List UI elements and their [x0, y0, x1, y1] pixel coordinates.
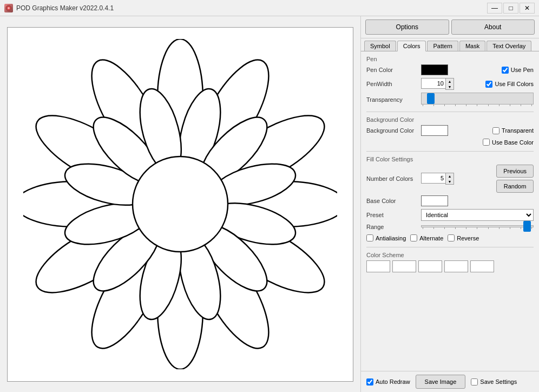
num-colors-label: Number of Colors [366, 175, 418, 182]
tab-mask[interactable]: Mask [459, 41, 485, 51]
pen-section-label: Pen [366, 56, 534, 62]
reverse-checkbox[interactable] [448, 234, 455, 241]
scheme-swatch-4[interactable] [444, 260, 468, 272]
background-section-label: Background Color [366, 116, 534, 123]
tab-pattern[interactable]: Pattern [427, 41, 458, 51]
window-controls[interactable]: — □ ✕ [487, 3, 535, 14]
transparent-label: Transparent [502, 127, 534, 134]
divider-3 [366, 247, 534, 247]
pen-width-spinner-btns: ▲ ▼ [445, 78, 454, 90]
pen-color-swatch[interactable] [421, 64, 448, 75]
save-settings-checkbox[interactable] [471, 378, 478, 386]
num-colors-up[interactable]: ▲ [446, 173, 453, 179]
close-button[interactable]: ✕ [520, 3, 535, 14]
auto-redraw-row[interactable]: Auto Redraw [366, 378, 410, 386]
pen-color-label: Pen Color [366, 67, 418, 73]
transparency-slider[interactable] [421, 93, 534, 104]
num-colors-row: Number of Colors ▲ ▼ Previous Random [366, 165, 534, 193]
antialiasing-checkbox-row[interactable]: Antialiasing [366, 234, 406, 241]
use-base-color-row: Use Base Color [366, 139, 534, 146]
minimize-button[interactable]: — [487, 3, 502, 14]
reverse-label: Reverse [457, 235, 479, 241]
range-ticks [421, 227, 534, 229]
app-title: POD Graphics Maker v2022.0.4.1 [16, 4, 114, 12]
main-layout: Options About Symbol Colors Pattern Mask… [0, 16, 539, 392]
title-bar-left: POD Graphics Maker v2022.0.4.1 [4, 4, 114, 12]
pen-width-label: PenWidth [366, 81, 418, 87]
tab-colors[interactable]: Colors [397, 41, 426, 51]
right-panel: Options About Symbol Colors Pattern Mask… [360, 16, 539, 392]
num-colors-down[interactable]: ▼ [446, 179, 453, 184]
maximize-button[interactable]: □ [503, 3, 518, 14]
transparency-row: Transparency [366, 93, 534, 106]
transparent-checkbox-row[interactable]: Transparent [492, 127, 534, 134]
num-colors-spinner[interactable]: ▲ ▼ [421, 173, 454, 185]
use-fill-colors-checkbox[interactable] [485, 81, 492, 88]
preset-select[interactable]: Identical Analogous Complementary Triadi… [421, 209, 534, 221]
transparency-ticks [421, 104, 534, 106]
base-color-swatch[interactable] [421, 195, 448, 206]
range-row: Range [366, 224, 534, 230]
transparency-slider-wrap [421, 93, 534, 106]
range-slider-wrap [421, 225, 534, 229]
save-settings-label: Save Settings [480, 378, 517, 385]
fill-color-section-label: Fill Color Settings [366, 156, 534, 162]
save-settings-row[interactable]: Save Settings [471, 378, 517, 386]
scheme-swatch-5[interactable] [470, 260, 494, 272]
bg-color-swatch[interactable] [421, 125, 448, 136]
antialiasing-checkbox[interactable] [366, 234, 373, 241]
num-colors-input[interactable] [421, 173, 445, 184]
use-pen-checkbox[interactable] [502, 67, 509, 74]
pen-width-up[interactable]: ▲ [446, 79, 453, 84]
scheme-swatch-3[interactable] [418, 260, 442, 272]
pen-width-spinner[interactable]: ▲ ▼ [421, 78, 454, 90]
use-fill-colors-label: Use Fill Colors [495, 81, 534, 87]
prev-random-btns: Previous Random [496, 165, 534, 193]
svg-point-1 [8, 7, 10, 9]
panel-content: Pen Pen Color Use Pen PenWidth [361, 51, 539, 371]
save-image-button[interactable]: Save Image [416, 375, 466, 389]
tab-text-overlay[interactable]: Text Overlay [487, 41, 531, 51]
app-icon [4, 4, 13, 12]
svg-point-26 [133, 156, 228, 252]
background-section: Background Color Background Color Transp… [366, 116, 534, 146]
antialiasing-label: Antialiasing [376, 235, 406, 241]
auto-redraw-checkbox[interactable] [366, 378, 373, 386]
pen-width-down[interactable]: ▼ [446, 84, 453, 89]
bg-color-label: Background Color [366, 127, 418, 134]
preset-label: Preset [366, 212, 418, 218]
previous-button[interactable]: Previous [496, 165, 534, 178]
alternate-checkbox[interactable] [410, 234, 417, 241]
scheme-swatch-2[interactable] [392, 260, 416, 272]
num-colors-spinner-btns: ▲ ▼ [445, 173, 454, 185]
about-button[interactable]: About [451, 19, 535, 35]
title-bar: POD Graphics Maker v2022.0.4.1 — □ ✕ [0, 0, 539, 16]
color-scheme-swatches [366, 260, 534, 272]
pen-section: Pen Pen Color Use Pen PenWidth [366, 56, 534, 106]
pen-color-row: Pen Color Use Pen [366, 64, 534, 75]
divider-2 [366, 151, 534, 152]
transparency-label: Transparency [366, 96, 418, 103]
scheme-swatch-1[interactable] [366, 260, 390, 272]
use-fill-colors-checkbox-row[interactable]: Use Fill Colors [485, 81, 534, 88]
use-base-color-checkbox-row[interactable]: Use Base Color [483, 139, 534, 146]
base-color-label: Base Color [366, 198, 418, 204]
range-label: Range [366, 224, 418, 230]
use-base-color-checkbox[interactable] [483, 139, 490, 146]
alternate-checkbox-row[interactable]: Alternate [410, 234, 443, 241]
canvas-area [0, 16, 360, 392]
use-base-color-label: Use Base Color [492, 139, 534, 146]
transparent-checkbox[interactable] [492, 127, 499, 134]
random-button[interactable]: Random [496, 180, 534, 193]
color-scheme-section: Color Scheme [366, 252, 534, 272]
tab-symbol[interactable]: Symbol [364, 41, 396, 51]
bg-color-row: Background Color Transparent [366, 125, 534, 136]
options-button[interactable]: Options [365, 19, 449, 35]
canvas-frame [7, 27, 353, 382]
options-row: Antialiasing Alternate Reverse [366, 234, 534, 241]
reverse-checkbox-row[interactable]: Reverse [448, 234, 479, 241]
pen-width-input[interactable] [421, 78, 445, 89]
top-buttons: Options About [361, 16, 539, 38]
use-pen-checkbox-row[interactable]: Use Pen [502, 67, 534, 74]
tabs: Symbol Colors Pattern Mask Text Overlay [361, 38, 539, 51]
